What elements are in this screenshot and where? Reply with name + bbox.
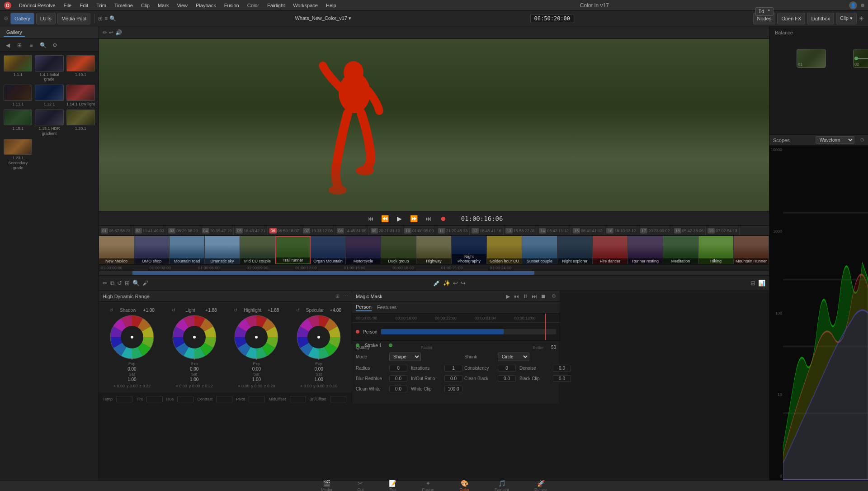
nav-item-media[interactable]: 🎬 Media — [317, 480, 336, 491]
lightbox-button[interactable]: Lightbox — [807, 13, 834, 24]
clip-thumb-1[interactable]: New Mexico — [99, 236, 134, 265]
clip-number-16[interactable]: 1618:10:13:12 — [604, 226, 638, 236]
mm-shrink-select[interactable]: Circle — [498, 353, 529, 361]
clip-thumb-17[interactable]: Meditation — [663, 236, 698, 265]
clip-number-14[interactable]: 1405:42:11:12 — [537, 226, 571, 236]
gallery-tab[interactable]: Gallery — [4, 29, 25, 37]
menu-item-fusion[interactable]: Fusion — [221, 2, 243, 9]
menu-item-clip[interactable]: Clip — [137, 2, 153, 9]
nav-item-edit[interactable]: 📝 Edit — [385, 480, 400, 491]
menu-item-workspace[interactable]: Workspace — [289, 2, 321, 9]
menu-item-timeline[interactable]: Timeline — [111, 2, 137, 9]
clip-number-1[interactable]: 0106:57:58:23 — [99, 226, 133, 236]
menu-item-view[interactable]: View — [173, 2, 191, 9]
nav-item-color[interactable]: 🎨 Color — [456, 480, 473, 491]
zoom-tool-icon[interactable]: 🔍 — [132, 280, 140, 286]
gallery-tool-3[interactable]: ≡ — [26, 40, 36, 50]
mm-pause-btn[interactable]: ⏸ — [523, 293, 528, 300]
luts-button[interactable]: LUTs — [36, 13, 56, 24]
gallery-tool-1[interactable]: ◀ — [3, 40, 13, 50]
clip-number-7[interactable]: 0719:33:12:08 — [301, 226, 335, 236]
clip-number-6[interactable]: 0606:50:18:07 — [268, 226, 302, 236]
undo-icon[interactable]: ↩ — [453, 280, 458, 286]
gallery-button[interactable]: Gallery — [10, 13, 34, 24]
viewer-tool-1[interactable]: ✏ — [103, 29, 107, 36]
mm-blackclip-input[interactable] — [553, 375, 571, 382]
brightness-icon[interactable]: ☀ — [859, 15, 864, 22]
mm-consistency-input[interactable] — [498, 365, 516, 372]
open-fx-button[interactable]: Open FX — [777, 13, 805, 24]
zoom-icon[interactable]: 🔍 — [109, 15, 116, 22]
clip-number-3[interactable]: 0306:29:38:20 — [166, 226, 200, 236]
hue-input[interactable]: 0.00 — [177, 396, 193, 402]
nav-item-fairlight[interactable]: 🎵 Fairlight — [491, 480, 513, 491]
mm-play-btn[interactable]: ▶ — [506, 293, 510, 300]
clip-thumb-19[interactable]: Mountain Runner — [734, 236, 769, 265]
mm-person-bar[interactable] — [381, 329, 556, 334]
gallery-tool-2[interactable]: ⊞ — [14, 40, 24, 50]
clip-thumb-14[interactable]: Night explorer — [557, 236, 593, 265]
brush-icon[interactable]: 🖌 — [142, 280, 148, 286]
clip-thumb-4[interactable]: Dramatic sky — [205, 236, 240, 265]
clip-thumb-9[interactable]: Duck group — [381, 236, 416, 265]
clip-thumb-8[interactable]: Motorcycle — [346, 236, 381, 265]
gallery-item-6[interactable]: 1.15.1 — [4, 110, 32, 136]
scope-options[interactable]: ⚙ — [860, 137, 864, 143]
color-wheels-options[interactable]: ⋯ — [343, 293, 348, 299]
filename-display[interactable]: Whats_New_Color_v17 ▾ — [295, 15, 351, 21]
scope-type-select[interactable]: Waveform Parade Vectorscope Histogram — [816, 136, 854, 144]
clip-thumb-2[interactable]: OMO shop — [134, 236, 170, 265]
clip-number-2[interactable]: 0211:41:49:03 — [133, 226, 167, 236]
magic-icon[interactable]: ✨ — [443, 280, 450, 286]
grid-view-icon[interactable]: ⊞ — [98, 15, 103, 22]
mm-denoise-input[interactable] — [553, 365, 571, 372]
mm-forward-btn[interactable]: ⏭ — [532, 293, 537, 300]
mm-tab-features[interactable]: Features — [377, 305, 396, 311]
color-wheels-expand[interactable]: ⊞ — [335, 293, 340, 299]
viewer-tool-2[interactable]: ↩ — [109, 29, 113, 36]
clip-thumb-12[interactable]: Golden hour CU — [487, 236, 522, 265]
gallery-item-4[interactable]: 1.12.1 — [35, 85, 63, 106]
gallery-item-7[interactable]: 1.15.1 HDR gradient — [35, 110, 63, 136]
contrast-input[interactable]: 1.00 — [216, 396, 232, 402]
menu-item-davinci[interactable]: DaVinci Resolve — [15, 2, 59, 9]
clip-number-18[interactable]: 1805:42:38:06 — [672, 226, 706, 236]
clip-number-5[interactable]: 0518:43:42:21 — [234, 226, 268, 236]
mm-radius-input[interactable] — [389, 365, 407, 372]
graph-icon[interactable]: 📊 — [758, 280, 765, 286]
clip-thumb-11[interactable]: Night Photography — [452, 236, 487, 265]
color-wheel-svg-1[interactable] — [172, 315, 217, 360]
clip-thumb-15[interactable]: Fire dancer — [593, 236, 628, 265]
copy-icon[interactable]: ⧉ — [110, 280, 114, 287]
gallery-item-5[interactable]: 1.14.1 Low light — [66, 85, 95, 106]
clip-thumb-6[interactable]: Trail runner — [275, 236, 311, 265]
timeline-scrollbar[interactable] — [99, 271, 769, 275]
clip-thumb-3[interactable]: Mountain road — [170, 236, 205, 265]
menu-item-playback[interactable]: Playback — [192, 2, 220, 9]
gallery-item-3[interactable]: 1.11.1 — [4, 85, 32, 106]
reset-icon[interactable]: ↺ — [117, 280, 122, 286]
redo-icon[interactable]: ↪ — [461, 280, 466, 286]
clip-number-12[interactable]: 1218:46:41:16 — [470, 226, 504, 236]
mm-iterations-input[interactable] — [444, 365, 462, 372]
clip-thumb-5[interactable]: Mid CU couple — [240, 236, 275, 265]
menu-item-color[interactable]: Color — [244, 2, 263, 9]
mm-cleanwhite-input[interactable] — [389, 386, 407, 392]
nav-item-cut[interactable]: ✂ Cut — [354, 480, 367, 491]
viewer-tool-3[interactable]: 🔊 — [115, 29, 122, 36]
mm-tab-person[interactable]: Person — [356, 304, 372, 311]
record-button[interactable]: ⏺ — [438, 213, 448, 224]
skip-forward-button[interactable]: ⏭ — [423, 213, 434, 224]
clip-thumb-7[interactable]: Organ Mountain — [311, 236, 346, 265]
step-back-button[interactable]: ⏪ — [380, 213, 391, 224]
list-view-icon[interactable]: ≡ — [104, 15, 108, 22]
mm-options[interactable]: ⚙ — [552, 293, 556, 299]
mm-rewind-btn[interactable]: ⏮ — [514, 293, 519, 300]
eyedropper-icon[interactable]: 💉 — [433, 280, 440, 286]
node-box-1[interactable]: 01 — [797, 49, 826, 68]
clip-thumb-16[interactable]: Runner resting — [628, 236, 663, 265]
user-avatar[interactable]: 👤 — [849, 1, 857, 10]
midoffset-input[interactable]: 0.00 — [290, 396, 306, 402]
clip-dropdown[interactable]: Clip ▾ — [836, 13, 857, 24]
gallery-tool-4[interactable]: 🔍 — [38, 40, 48, 50]
